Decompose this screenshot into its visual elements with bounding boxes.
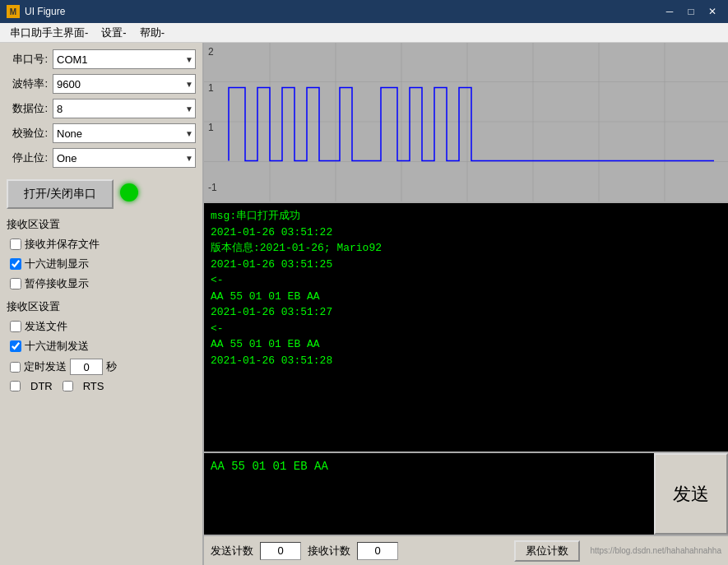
- baud-select[interactable]: 96001152005760038400: [53, 74, 196, 94]
- close-button[interactable]: ✕: [703, 4, 721, 19]
- recv-hex-checkbox[interactable]: [10, 258, 21, 270]
- send-count-label: 发送计数: [211, 544, 253, 558]
- databits-label: 数据位:: [7, 101, 48, 116]
- recv-count-input[interactable]: [357, 542, 398, 560]
- window-controls: ─ □ ✕: [661, 4, 721, 19]
- status-bar: 发送计数 接收计数 累位计数 https://blog.dsdn.net/hah…: [204, 535, 728, 565]
- open-close-row: 打开/关闭串口: [7, 176, 196, 209]
- svg-text:1: 1: [208, 82, 214, 94]
- baud-label: 波特率:: [7, 76, 48, 91]
- scope-area: 2 1 1 -1: [204, 43, 728, 203]
- svg-text:-1: -1: [208, 182, 217, 193]
- receive-line: 版本信息:2021-01-26; Mario92: [211, 240, 721, 257]
- databits-select[interactable]: 8765: [53, 99, 196, 118]
- timer-label: 定时发送: [24, 359, 67, 374]
- receive-line: 2021-01-26 03:51:28: [211, 353, 721, 369]
- timer-checkbox[interactable]: [10, 362, 21, 373]
- recv-count-label: 接收计数: [308, 544, 350, 558]
- timer-row: 定时发送 秒: [7, 359, 196, 375]
- stopbits-label: 停止位:: [7, 151, 48, 165]
- dtr-checkbox[interactable]: [10, 381, 21, 391]
- recv-save-row: 接收并保存文件: [7, 237, 196, 252]
- parity-row: 校验位: NoneEvenOdd ▼: [7, 123, 196, 143]
- recv-save-checkbox[interactable]: [10, 239, 21, 250]
- watermark: https://blog.dsdn.net/hahahahnahha: [590, 546, 721, 555]
- receive-area[interactable]: msg:串口打开成功2021-01-26 03:51:22版本信息:2021-0…: [204, 203, 728, 453]
- rts-label: RTS: [83, 380, 104, 392]
- reset-count-button[interactable]: 累位计数: [514, 540, 580, 562]
- send-file-checkbox[interactable]: [10, 321, 21, 332]
- svg-text:2: 2: [208, 46, 214, 58]
- receive-line: <-: [211, 272, 721, 289]
- menu-main[interactable]: 串口助手主界面-: [3, 24, 95, 42]
- send-area: 发送: [204, 453, 728, 535]
- menu-settings[interactable]: 设置-: [95, 24, 132, 42]
- dtr-rts-row: DTR RTS: [7, 380, 196, 392]
- port-select[interactable]: COM1COM2COM3COM4: [53, 49, 196, 69]
- recv-hex-label: 十六进制显示: [25, 257, 89, 271]
- timer-input[interactable]: [70, 359, 103, 375]
- databits-row: 数据位: 8765 ▼: [7, 99, 196, 118]
- receive-line: <-: [211, 321, 721, 337]
- port-select-wrapper: COM1COM2COM3COM4 ▼: [53, 49, 196, 69]
- send-hex-label: 十六进制发送: [25, 339, 89, 354]
- receive-line: 2021-01-26 03:51:22: [211, 225, 721, 241]
- minimize-button[interactable]: ─: [661, 4, 679, 19]
- svg-text:1: 1: [208, 122, 214, 133]
- maximize-button[interactable]: □: [682, 4, 700, 19]
- scope-svg: 2 1 1 -1: [204, 43, 728, 201]
- recv-pause-row: 暂停接收显示: [7, 276, 196, 291]
- title-bar: M UI Figure ─ □ ✕: [0, 0, 728, 23]
- receive-line: msg:串口打开成功: [211, 208, 721, 225]
- baud-select-wrapper: 96001152005760038400 ▼: [53, 74, 196, 94]
- recv-pause-checkbox[interactable]: [10, 278, 21, 289]
- timer-unit-label: 秒: [106, 359, 117, 374]
- port-label: 串口号:: [7, 52, 48, 67]
- window-title: UI Figure: [25, 6, 661, 17]
- menu-bar: 串口助手主界面- 设置- 帮助-: [0, 23, 728, 43]
- baud-row: 波特率: 96001152005760038400 ▼: [7, 74, 196, 94]
- send-count-input[interactable]: [260, 542, 301, 560]
- send-file-label: 发送文件: [25, 319, 67, 334]
- recv-save-label: 接收并保存文件: [25, 237, 100, 252]
- send-file-row: 发送文件: [7, 319, 196, 334]
- parity-select-wrapper: NoneEvenOdd ▼: [53, 123, 196, 143]
- main-layout: 串口号: COM1COM2COM3COM4 ▼ 波特率: 96001152005…: [0, 43, 728, 565]
- app-icon: M: [7, 5, 20, 18]
- receive-line: 2021-01-26 03:51:27: [211, 304, 721, 321]
- menu-help[interactable]: 帮助-: [133, 24, 171, 42]
- stopbits-select[interactable]: OneTwo1.5: [53, 148, 196, 168]
- recv-pause-label: 暂停接收显示: [25, 276, 89, 291]
- left-panel: 串口号: COM1COM2COM3COM4 ▼ 波特率: 96001152005…: [0, 43, 204, 565]
- receive-line: AA 55 01 01 EB AA: [211, 336, 721, 353]
- send-button[interactable]: 发送: [654, 453, 728, 535]
- databits-select-wrapper: 8765 ▼: [53, 99, 196, 118]
- recv-section-title: 接收区设置: [7, 217, 196, 232]
- receive-line: 2021-01-26 03:51:25: [211, 257, 721, 273]
- send-hex-row: 十六进制发送: [7, 339, 196, 354]
- stopbits-select-wrapper: OneTwo1.5 ▼: [53, 148, 196, 168]
- send-input[interactable]: [204, 453, 654, 535]
- open-close-button[interactable]: 打开/关闭串口: [7, 179, 114, 209]
- parity-label: 校验位:: [7, 126, 48, 141]
- stopbits-row: 停止位: OneTwo1.5 ▼: [7, 148, 196, 168]
- port-row: 串口号: COM1COM2COM3COM4 ▼: [7, 49, 196, 69]
- rts-checkbox[interactable]: [63, 381, 73, 391]
- receive-line: AA 55 01 01 EB AA: [211, 289, 721, 305]
- send-section-title: 接收区设置: [7, 299, 196, 314]
- dtr-label: DTR: [30, 380, 53, 392]
- send-hex-checkbox[interactable]: [10, 340, 21, 352]
- parity-select[interactable]: NoneEvenOdd: [53, 123, 196, 143]
- port-indicator: [120, 183, 138, 201]
- recv-hex-row: 十六进制显示: [7, 257, 196, 271]
- right-panel: 2 1 1 -1 msg:串口打开成功2021-01-26 03:51:22版本…: [204, 43, 728, 565]
